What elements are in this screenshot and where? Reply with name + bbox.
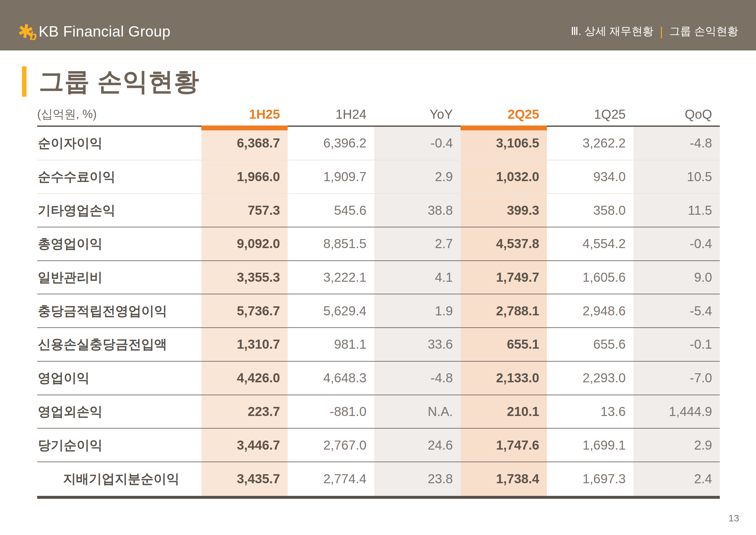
cell-2q25: 1,747.6	[461, 429, 547, 462]
star-b-glyph: b	[30, 30, 37, 42]
cell-1q25: 1,697.3	[547, 462, 633, 496]
cell-2q25: 4,537.8	[461, 227, 547, 260]
cell-yoy: N.A.	[374, 395, 461, 428]
row-label: 신용손실충당금전입액	[37, 328, 202, 361]
cell-1q25: 3,262.2	[547, 127, 633, 160]
cell-1q25: 2,948.6	[547, 294, 633, 327]
cell-2q25: 1,749.7	[461, 261, 547, 294]
table-row: 순수수료이익1,966.01,909.72.91,032.0934.010.5	[37, 160, 720, 194]
cell-1q25: 934.0	[547, 160, 633, 193]
cell-yoy: 4.1	[374, 261, 461, 294]
column-header-2q25: 2Q25	[461, 103, 547, 126]
brand-name: KB Financial Group	[39, 23, 171, 40]
cell-yoy: 38.8	[374, 194, 461, 227]
cell-1q25: 2,293.0	[547, 362, 633, 395]
cell-qoq: 9.0	[634, 261, 720, 294]
cell-1h24: 545.6	[288, 194, 374, 227]
cell-qoq: -0.4	[634, 227, 720, 260]
cell-1q25: 13.6	[547, 395, 633, 428]
table-header-row: (십억원, %) 1H251H24YoY2Q251Q25QoQ	[37, 103, 720, 127]
cell-2q25: 210.1	[461, 395, 547, 428]
table-row: 총영업이익9,092.08,851.52.74,537.84,554.2-0.4	[37, 227, 720, 261]
table-row: 기타영업손익757.3545.638.8399.3358.011.5	[37, 194, 720, 227]
cell-1q25: 1,605.6	[547, 261, 633, 294]
cell-yoy: 33.6	[374, 328, 461, 361]
page-number: 13	[729, 513, 739, 524]
cell-2q25: 399.3	[461, 194, 547, 227]
column-header-1h25: 1H25	[202, 103, 288, 126]
cell-1h24: 1,909.7	[288, 160, 374, 193]
top-header-bar: ✱b KB Financial Group Ⅲ. 상세 재무현황 | 그룹 손익…	[0, 0, 756, 50]
slide: ✱b KB Financial Group Ⅲ. 상세 재무현황 | 그룹 손익…	[0, 0, 756, 535]
cell-1h24: 981.1	[288, 328, 374, 361]
income-statement-table: (십억원, %) 1H251H24YoY2Q251Q25QoQ 순이자이익6,3…	[37, 103, 720, 499]
cell-qoq: -4.8	[634, 127, 720, 160]
cell-1h24: 4,648.3	[288, 362, 374, 395]
cell-1h24: 2,767.0	[288, 429, 374, 462]
cell-yoy: 23.8	[374, 462, 461, 496]
cell-1h24: -881.0	[288, 395, 374, 428]
breadcrumb-section: Ⅲ. 상세 재무현황	[571, 24, 654, 39]
row-label: 순이자이익	[37, 127, 202, 160]
cell-qoq: -0.1	[634, 328, 720, 361]
title-accent-bar	[22, 66, 26, 97]
kb-logo: ✱b KB Financial Group	[18, 22, 170, 41]
column-header-1h24: 1H24	[288, 103, 374, 126]
cell-1h25: 3,355.3	[202, 261, 288, 294]
cell-2q25: 2,788.1	[461, 294, 547, 327]
cell-1h24: 8,851.5	[288, 227, 374, 260]
table-row: 당기순이익3,446.72,767.024.61,747.61,699.12.9	[37, 429, 720, 462]
cell-1h25: 3,446.7	[202, 429, 288, 462]
table-row: 영업이익4,426.04,648.3-4.82,133.02,293.0-7.0	[37, 362, 720, 395]
row-label: 순수수료이익	[37, 160, 202, 193]
cell-qoq: 10.5	[634, 160, 720, 193]
cell-1h25: 3,435.7	[202, 462, 288, 496]
cell-2q25: 655.1	[461, 328, 547, 361]
cell-2q25: 1,738.4	[461, 462, 547, 496]
column-header-1q25: 1Q25	[547, 103, 633, 126]
cell-1h25: 5,736.7	[202, 294, 288, 327]
cell-yoy: -4.8	[374, 362, 461, 395]
table-row: 충당금적립전영업이익5,736.75,629.41.92,788.12,948.…	[37, 294, 720, 328]
row-label: 기타영업손익	[37, 194, 202, 227]
cell-qoq: 2.9	[634, 429, 720, 462]
cell-1h25: 9,092.0	[202, 227, 288, 260]
page-title: 그룹 손익현황	[39, 69, 200, 94]
cell-1h25: 1,310.7	[202, 328, 288, 361]
cell-yoy: 2.9	[374, 160, 461, 193]
cell-yoy: 2.7	[374, 227, 461, 260]
column-header-yoy: YoY	[374, 103, 461, 126]
row-label: 지배기업지분순이익	[37, 462, 202, 496]
cell-2q25: 2,133.0	[461, 362, 547, 395]
table-row: 일반관리비3,355.33,222.14.11,749.71,605.69.0	[37, 261, 720, 295]
cell-1q25: 655.6	[547, 328, 633, 361]
cell-1q25: 1,699.1	[547, 429, 633, 462]
unit-label: (십억원, %)	[37, 103, 202, 126]
row-label: 당기순이익	[37, 429, 202, 462]
cell-yoy: 1.9	[374, 294, 461, 327]
table-row: 영업외손익223.7-881.0N.A.210.113.61,444.9	[37, 395, 720, 429]
cell-1h25: 223.7	[202, 395, 288, 428]
cell-qoq: -7.0	[634, 362, 720, 395]
cell-yoy: 24.6	[374, 429, 461, 462]
cell-qoq: 1,444.9	[634, 395, 720, 428]
cell-1h25: 4,426.0	[202, 362, 288, 395]
breadcrumb: Ⅲ. 상세 재무현황 | 그룹 손익현황	[571, 24, 738, 39]
row-label: 일반관리비	[37, 261, 202, 294]
table-body: 순이자이익6,368.76,396.2-0.43,106.53,262.2-4.…	[37, 127, 720, 496]
row-label: 충당금적립전영업이익	[37, 294, 202, 327]
cell-2q25: 3,106.5	[461, 127, 547, 160]
cell-1h25: 6,368.7	[202, 127, 288, 160]
table-row: 지배기업지분순이익3,435.72,774.423.81,738.41,697.…	[37, 462, 720, 496]
cell-yoy: -0.4	[374, 127, 461, 160]
page-title-block: 그룹 손익현황	[22, 66, 200, 97]
cell-qoq: 11.5	[634, 194, 720, 227]
cell-1q25: 358.0	[547, 194, 633, 227]
row-label: 영업이익	[37, 362, 202, 395]
row-label: 영업외손익	[37, 395, 202, 428]
cell-1h24: 3,222.1	[288, 261, 374, 294]
table-bottom-rule	[37, 496, 720, 499]
cell-qoq: 2.4	[634, 462, 720, 496]
table-row: 순이자이익6,368.76,396.2-0.43,106.53,262.2-4.…	[37, 127, 720, 160]
table-row: 신용손실충당금전입액1,310.7981.133.6655.1655.6-0.1	[37, 328, 720, 362]
